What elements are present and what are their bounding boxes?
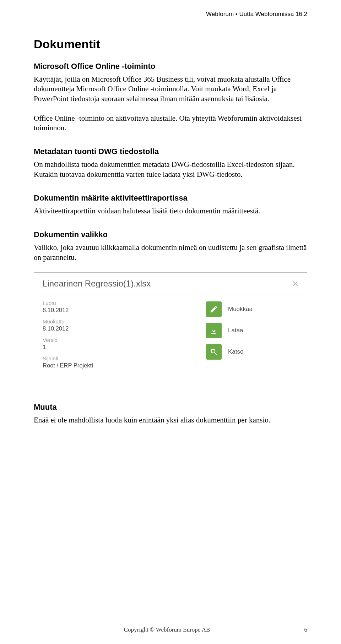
actions-column: Muokkaa Lataa Katso xyxy=(206,300,298,374)
meta-version: Versio 1 xyxy=(43,337,178,350)
section-heading-document-menu: Dokumentin valikko xyxy=(34,230,307,239)
paragraph: Office Online -toiminto on aktivoitava a… xyxy=(34,114,307,133)
meta-value: Root / ERP Projekti xyxy=(43,362,178,369)
meta-location: Sijainti Root / ERP Projekti xyxy=(43,355,178,369)
document-page: Webforum • Uutta Webforumissa 16.2 Dokum… xyxy=(0,0,341,644)
paragraph: Valikko, joka avautuu klikkaamalla dokum… xyxy=(34,243,307,262)
meta-value: 8.10.2012 xyxy=(43,307,178,313)
edit-action[interactable]: Muokkaa xyxy=(206,301,298,317)
download-icon[interactable] xyxy=(206,323,222,338)
meta-value: 1 xyxy=(43,344,178,350)
action-label: Katso xyxy=(228,348,243,355)
meta-label: Sijainti xyxy=(43,355,178,361)
page-header: Webforum • Uutta Webforumissa 16.2 xyxy=(34,11,307,18)
edit-icon[interactable] xyxy=(206,301,222,317)
page-number: 6 xyxy=(300,626,307,633)
page-footer: Copyright © Webforum Europe AB 6 xyxy=(0,626,341,633)
search-icon[interactable] xyxy=(206,344,222,360)
copyright-text: Copyright © Webforum Europe AB xyxy=(124,626,210,633)
panel-header: Linearinen Regressio(1).xlsx × xyxy=(34,273,307,295)
section-heading-office-online: Microsoft Office Online -toiminto xyxy=(34,62,307,71)
paragraph: Enää ei ole mahdollista luoda kuin enint… xyxy=(34,415,307,425)
panel-title: Linearinen Regressio(1).xlsx xyxy=(43,279,151,289)
paragraph: Käyttäjät, joilla on Microsoft Office 36… xyxy=(34,75,307,104)
meta-modified: Muokattu 8.10.2012 xyxy=(43,318,178,332)
meta-label: Muokattu xyxy=(43,318,178,324)
paragraph: On mahdollista tuoda dokumenttien metada… xyxy=(34,160,307,179)
action-label: Muokkaa xyxy=(228,306,253,313)
document-details-panel: Linearinen Regressio(1).xlsx × Luotu 8.1… xyxy=(34,272,307,381)
meta-value: 8.10.2012 xyxy=(43,325,178,332)
view-action[interactable]: Katso xyxy=(206,344,298,360)
section-heading-metadata-dwg: Metadatan tuonti DWG tiedostolla xyxy=(34,147,307,156)
panel-body: Luotu 8.10.2012 Muokattu 8.10.2012 Versi… xyxy=(34,295,307,381)
download-action[interactable]: Lataa xyxy=(206,323,298,338)
action-label: Lataa xyxy=(228,327,243,334)
section-heading-other: Muuta xyxy=(34,403,307,412)
meta-label: Luotu xyxy=(43,300,178,306)
metadata-column: Luotu 8.10.2012 Muokattu 8.10.2012 Versi… xyxy=(43,300,178,374)
close-icon[interactable]: × xyxy=(292,278,298,289)
page-title: Dokumentit xyxy=(34,37,307,51)
meta-label: Versio xyxy=(43,337,178,343)
paragraph: Aktiviteettiraporttiin voidaan halutessa… xyxy=(34,206,307,216)
meta-created: Luotu 8.10.2012 xyxy=(43,300,178,313)
section-heading-attribute-report: Dokumentin määrite aktiviteettiraportiss… xyxy=(34,193,307,203)
